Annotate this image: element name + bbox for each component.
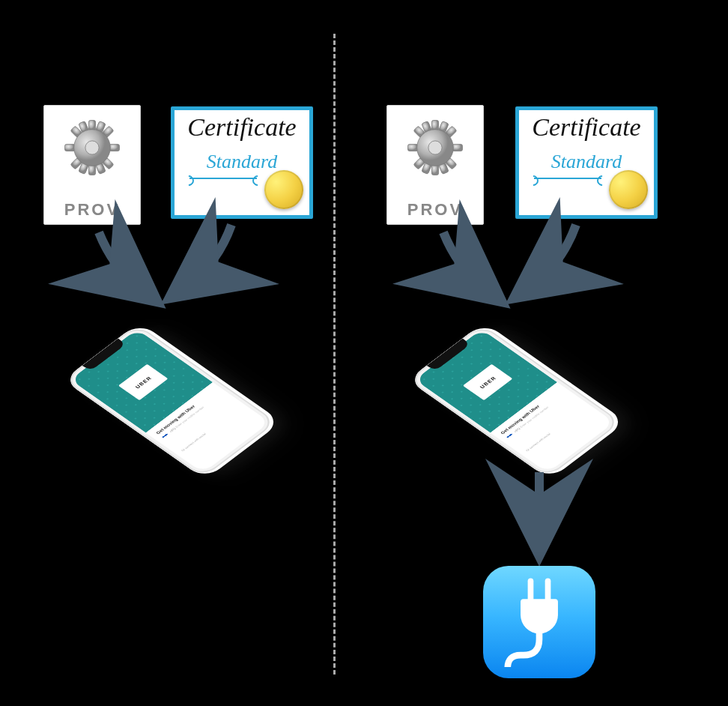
provisioning-profile-right: PROV (386, 105, 484, 225)
certificate-subtitle: Standard (175, 151, 309, 173)
seal-icon (264, 170, 303, 209)
plug-icon (503, 577, 575, 667)
decorative-line (189, 178, 257, 179)
certificate-subtitle: Standard (519, 151, 654, 173)
prov-label: PROV (407, 200, 463, 220)
phone-mockup-right: UBER Get moving with Uber +972 Enter you… (416, 289, 610, 483)
svg-rect-3 (109, 144, 120, 151)
apple-configurator-icon (483, 566, 595, 678)
gear-icon (407, 119, 464, 176)
decorative-line (534, 178, 601, 179)
certificate-title: Certificate (175, 113, 309, 142)
svg-rect-2 (65, 144, 76, 151)
certificate-title: Certificate (519, 113, 654, 142)
flag-icon (162, 433, 169, 439)
arrow-cert-to-phone-right (513, 225, 588, 296)
provisioning-profile-left: PROV (43, 105, 141, 225)
phone-mockup-left: UBER Get moving with Uber +972 Enter you… (71, 289, 266, 483)
certificate-right: Certificate Standard (515, 106, 658, 219)
svg-rect-16 (408, 144, 419, 151)
arrow-cert-to-phone-left (169, 225, 243, 296)
flag-icon (506, 433, 514, 439)
svg-rect-17 (452, 144, 463, 151)
arrow-phone-to-configurator (524, 472, 554, 547)
svg-point-13 (85, 141, 99, 154)
certificate-left: Certificate Standard (171, 106, 313, 219)
vertical-divider (333, 34, 336, 675)
prov-label: PROV (64, 200, 120, 220)
svg-rect-15 (431, 165, 438, 175)
gear-icon (64, 119, 121, 176)
svg-rect-1 (88, 165, 95, 175)
svg-point-27 (428, 141, 442, 154)
svg-rect-0 (88, 121, 95, 131)
svg-rect-14 (431, 121, 438, 131)
diagram-stage: PROV Certificate Standard UBER (0, 0, 728, 706)
seal-icon (609, 170, 648, 209)
